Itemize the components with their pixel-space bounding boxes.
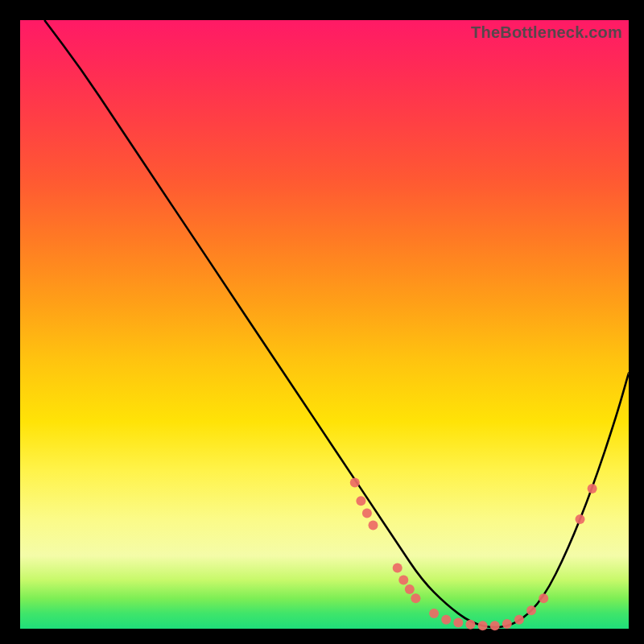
data-marker [350,478,360,488]
data-marker [514,615,524,625]
data-marker [576,514,585,524]
data-marker [411,593,420,603]
bottleneck-curve [44,20,629,627]
data-marker [369,521,378,530]
data-marker [453,617,463,627]
data-marker [405,584,415,594]
data-marker [398,576,408,585]
data-marker [502,619,512,629]
chart-frame: TheBottleneck.com [20,20,629,629]
data-marker [526,605,536,615]
data-marker [465,620,475,630]
data-marker [393,563,402,572]
chart-overlay [20,20,629,629]
data-marker [478,621,488,630]
data-marker [588,484,597,493]
data-marker [429,609,439,618]
data-marker [362,508,372,518]
data-marker [490,621,500,630]
marker-group [350,478,597,631]
data-marker [539,593,548,603]
data-marker [441,615,451,625]
data-marker [356,496,365,506]
